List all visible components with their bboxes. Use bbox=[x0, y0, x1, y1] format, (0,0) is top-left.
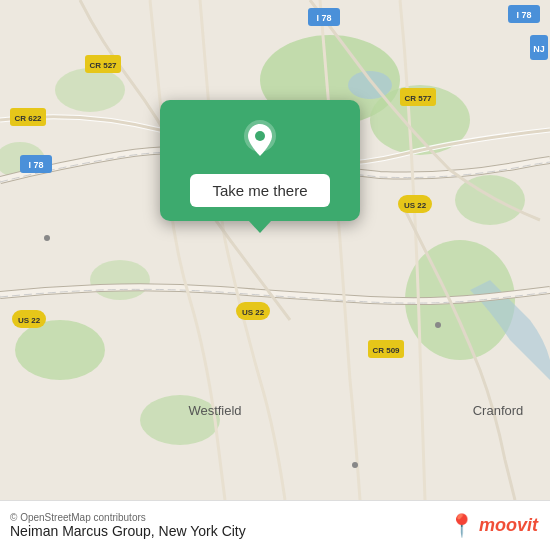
svg-point-35 bbox=[44, 235, 50, 241]
svg-point-36 bbox=[435, 322, 441, 328]
svg-text:US 22: US 22 bbox=[18, 316, 41, 325]
location-pin-icon bbox=[238, 118, 282, 162]
popup-card: Take me there bbox=[160, 100, 360, 221]
svg-text:NJ: NJ bbox=[533, 44, 545, 54]
svg-point-9 bbox=[55, 68, 125, 112]
bottom-bar: © OpenStreetMap contributors Neiman Marc… bbox=[0, 500, 550, 550]
moovit-pin-icon: 📍 bbox=[448, 513, 475, 539]
place-name: Neiman Marcus Group, New York City bbox=[10, 523, 246, 539]
svg-point-37 bbox=[352, 462, 358, 468]
map-container: I 78 I 78 I 78 CR 527 CR 622 CR 577 US 2… bbox=[0, 0, 550, 500]
svg-text:Westfield: Westfield bbox=[188, 403, 241, 418]
svg-point-5 bbox=[15, 320, 105, 380]
svg-point-7 bbox=[90, 260, 150, 300]
moovit-logo: 📍 moovit bbox=[448, 513, 538, 539]
take-me-there-button[interactable]: Take me there bbox=[190, 174, 329, 207]
map-background: I 78 I 78 I 78 CR 527 CR 622 CR 577 US 2… bbox=[0, 0, 550, 500]
svg-text:CR 509: CR 509 bbox=[372, 346, 400, 355]
moovit-brand-text: moovit bbox=[479, 515, 538, 536]
svg-text:CR 577: CR 577 bbox=[404, 94, 432, 103]
bottom-info: © OpenStreetMap contributors Neiman Marc… bbox=[10, 512, 246, 539]
svg-point-39 bbox=[255, 131, 265, 141]
svg-text:US 22: US 22 bbox=[404, 201, 427, 210]
svg-text:CR 527: CR 527 bbox=[89, 61, 117, 70]
svg-text:I 78: I 78 bbox=[28, 160, 43, 170]
svg-text:I 78: I 78 bbox=[316, 13, 331, 23]
svg-text:US 22: US 22 bbox=[242, 308, 265, 317]
svg-text:I 78: I 78 bbox=[516, 10, 531, 20]
svg-text:CR 622: CR 622 bbox=[14, 114, 42, 123]
svg-point-10 bbox=[348, 71, 392, 99]
svg-text:Cranford: Cranford bbox=[473, 403, 524, 418]
osm-credit: © OpenStreetMap contributors bbox=[10, 512, 246, 523]
